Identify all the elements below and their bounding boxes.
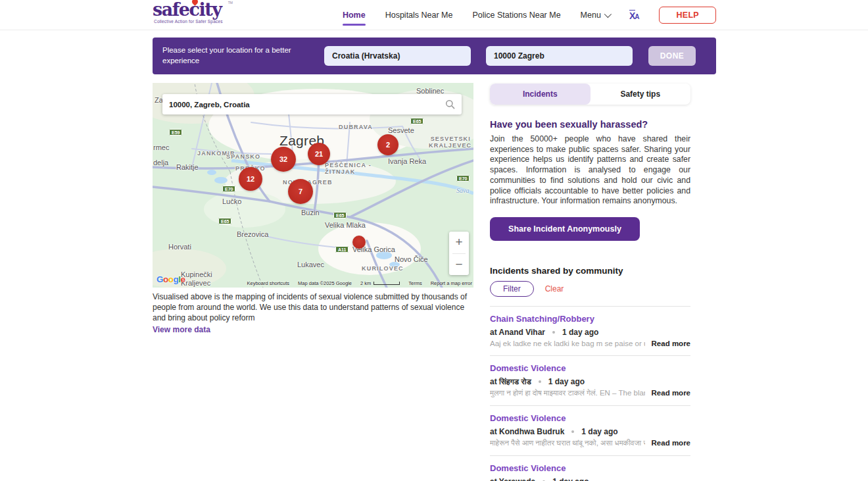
incident-cluster[interactable]: 21	[308, 143, 330, 165]
map-scale: 2 km	[360, 280, 400, 286]
map-attribution: Keyboard shortcuts Map data ©2025 Google…	[247, 280, 472, 286]
incidents-map[interactable]: Soblinec Za DUBRAVA Sesvete SESVETSKI KR…	[153, 83, 473, 288]
nav-menu-dropdown[interactable]: Menu	[581, 11, 610, 20]
incident-type-link[interactable]: Domestic Violence	[490, 363, 690, 373]
terms-link[interactable]: Terms	[408, 280, 422, 286]
map-label: Ivanja Reka	[388, 157, 426, 165]
map-label: Lukavec	[297, 261, 324, 268]
map-label: Lučko	[222, 197, 241, 205]
zoom-out-button[interactable]: −	[449, 254, 469, 276]
incident-item: Chain Snatching/Robbery at Anand Vihar 1…	[490, 306, 690, 355]
harassment-heading: Have you been sexually harassed?	[490, 119, 690, 130]
search-icon[interactable]	[445, 99, 455, 109]
incident-snippet: माहेरून पैसे आण नाहीतर घरात थांबू नको, अ…	[490, 439, 645, 447]
incident-meta: at Yerawada 1 day ago	[490, 477, 690, 481]
panel-tabs: Incidents Safety tips	[490, 84, 690, 105]
tab-safety-tips[interactable]: Safety tips	[591, 84, 691, 105]
highway-badge: E59	[169, 129, 182, 136]
incident-type-link[interactable]: Chain Snatching/Robbery	[490, 314, 690, 324]
report-map-error-link[interactable]: Report a map error	[431, 280, 472, 286]
highway-badge: E65	[410, 118, 423, 124]
incident-snippet: Aaj ek ladke ne ek ladki ke bag m se pai…	[490, 340, 645, 347]
map-label: SESVETSKI KRALJEVEC	[429, 136, 471, 149]
country-input[interactable]	[324, 46, 471, 66]
highway-badge: A11	[335, 246, 349, 253]
map-search-input[interactable]	[169, 101, 445, 109]
map-label: Buzin	[301, 209, 320, 216]
read-more-link[interactable]: Read more	[652, 340, 690, 347]
trademark-label: TM	[228, 1, 233, 5]
done-button[interactable]: DONE	[648, 46, 696, 66]
google-logo[interactable]: Google	[157, 274, 185, 284]
nav-home[interactable]: Home	[343, 11, 366, 20]
main-nav: Home Hospitals Near Me Police Stations N…	[343, 0, 716, 30]
incident-time: 1 day ago	[581, 427, 617, 436]
incident-time: 1 day ago	[548, 377, 585, 386]
share-incident-button[interactable]: Share Incident Anonymously	[490, 217, 640, 241]
map-zoom-control: + −	[449, 232, 469, 275]
map-label: Sesvete	[388, 126, 414, 134]
incident-marker[interactable]	[352, 236, 366, 249]
page: safecity TM Collective Action for Safer …	[0, 0, 868, 481]
map-label: DUBRAVA	[339, 124, 373, 130]
incident-time: 1 day ago	[552, 477, 589, 481]
tab-incidents[interactable]: Incidents	[490, 84, 591, 105]
clear-button[interactable]: Clear	[545, 284, 564, 293]
incident-location: at Anand Vihar	[490, 328, 545, 337]
incident-meta: at Anand Vihar 1 day ago	[490, 328, 690, 337]
translate-icon[interactable]: XA	[629, 10, 640, 20]
incident-meta: at Kondhwa Budruk 1 day ago	[490, 427, 690, 436]
harassment-body-text: Join the 50000+ people who have shared t…	[490, 134, 690, 207]
filter-button[interactable]: Filter	[490, 281, 534, 297]
filter-row: Filter Clear	[490, 281, 690, 297]
safecity-logo[interactable]: safecity TM Collective Action for Safer …	[153, 1, 231, 24]
logo-tagline: Collective Action for Safer Spaces	[154, 19, 231, 24]
incident-cluster[interactable]: 2	[377, 134, 398, 155]
city-input[interactable]	[486, 46, 633, 66]
zoom-in-button[interactable]: +	[449, 232, 469, 253]
help-button[interactable]: HELP	[659, 7, 716, 24]
keyboard-shortcuts-link[interactable]: Keyboard shortcuts	[247, 280, 289, 286]
read-more-link[interactable]: Read more	[652, 439, 690, 447]
map-search-box	[162, 94, 462, 114]
caption-text: Visualised above is the mapping of incid…	[153, 292, 467, 322]
map-caption: Visualised above is the mapping of incid…	[153, 292, 476, 336]
nav-menu-label: Menu	[581, 11, 601, 20]
incident-snippet-row: माहेरून पैसे आण नाहीतर घरात थांबू नको, अ…	[490, 439, 690, 447]
nav-hospitals-near-me[interactable]: Hospitals Near Me	[385, 11, 453, 20]
map-label: ŠPANSKO	[226, 153, 260, 160]
map-label: Za	[155, 96, 163, 104]
location-banner: Please select your location for a better…	[153, 38, 716, 74]
incident-item: Domestic Violence at Yerawada 1 day ago …	[490, 455, 690, 481]
read-more-link[interactable]: Read more	[652, 389, 690, 397]
incident-location: at Kondhwa Budruk	[490, 427, 564, 436]
map-label: Horvati	[168, 243, 191, 251]
incident-item: Domestic Violence at सिंहगड रोड 1 day ag…	[490, 355, 690, 405]
incident-type-link[interactable]: Domestic Violence	[490, 413, 690, 423]
location-prompt: Please select your location for a better…	[162, 45, 294, 66]
map-data-label: Map data ©2025 Google	[298, 280, 352, 286]
map-label: Velika Mlaka	[325, 221, 366, 229]
incidents-panel: Incidents Safety tips Have you been sexu…	[490, 84, 690, 481]
header: safecity TM Collective Action for Safer …	[0, 0, 868, 30]
incident-snippet-row: Aaj ek ladke ne ek ladki ke bag m se pai…	[490, 340, 690, 347]
separator-dot	[539, 380, 541, 383]
community-heading: Incidents shared by community	[490, 266, 690, 276]
map-label: delja	[153, 159, 168, 166]
incident-cluster[interactable]: 32	[271, 147, 296, 172]
incidents-list: Chain Snatching/Robbery at Anand Vihar 1…	[490, 306, 690, 481]
incident-location: at सिंहगड रोड	[490, 377, 531, 386]
incident-type-link[interactable]: Domestic Violence	[490, 463, 690, 473]
nav-police-stations-near-me[interactable]: Police Stations Near Me	[473, 11, 561, 20]
highway-badge: E70	[222, 186, 235, 192]
incident-cluster[interactable]: 7	[288, 179, 313, 204]
scale-bar	[374, 282, 400, 285]
incident-cluster[interactable]: 12	[239, 167, 262, 191]
incident-snippet-row: मुलगा न होणं हा दोष माझ्यावर टाकलं गेलं.…	[490, 389, 690, 397]
view-more-data-link[interactable]: View more data	[153, 325, 210, 336]
map-label: Kupinečki Kraljevec	[181, 270, 223, 287]
incident-time: 1 day ago	[562, 328, 598, 337]
highway-badge: E65	[218, 218, 231, 224]
map-water-label: Sava	[456, 187, 469, 194]
chevron-down-icon	[604, 11, 612, 18]
